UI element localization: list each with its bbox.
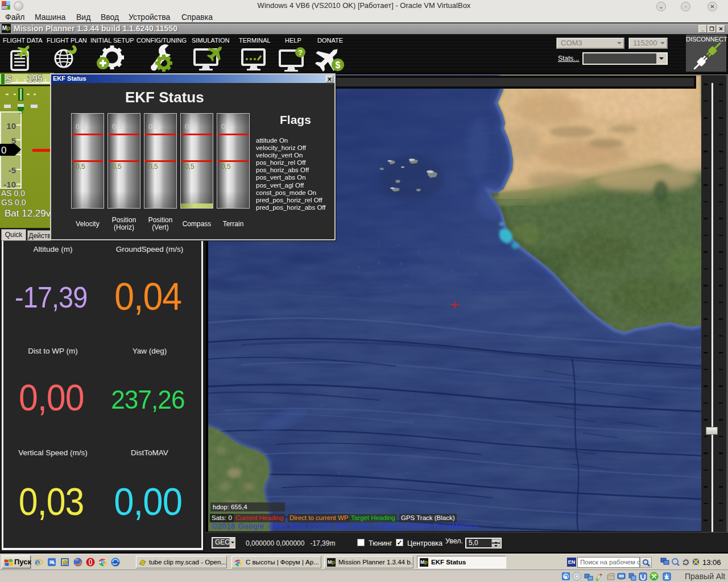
svg-text:$: $ xyxy=(336,60,341,70)
svg-text:-5: -5 xyxy=(9,165,16,175)
svg-text:195: 195 xyxy=(27,74,43,84)
svg-text:?: ? xyxy=(298,48,303,57)
svg-text:-10: -10 xyxy=(3,180,16,189)
svg-text:2003: 2003 xyxy=(3,6,9,10)
svg-text:GS 0,0: GS 0,0 xyxy=(1,198,26,207)
svg-text:10: 10 xyxy=(6,121,16,131)
svg-text:Bat 12,29v: Bat 12,29v xyxy=(5,208,51,219)
svg-text:0: 0 xyxy=(1,145,6,156)
svg-text:@: @ xyxy=(63,560,68,566)
svg-text:S: S xyxy=(6,74,12,85)
svg-text:e: e xyxy=(35,557,40,568)
svg-text:AS 0,0: AS 0,0 xyxy=(1,189,25,198)
